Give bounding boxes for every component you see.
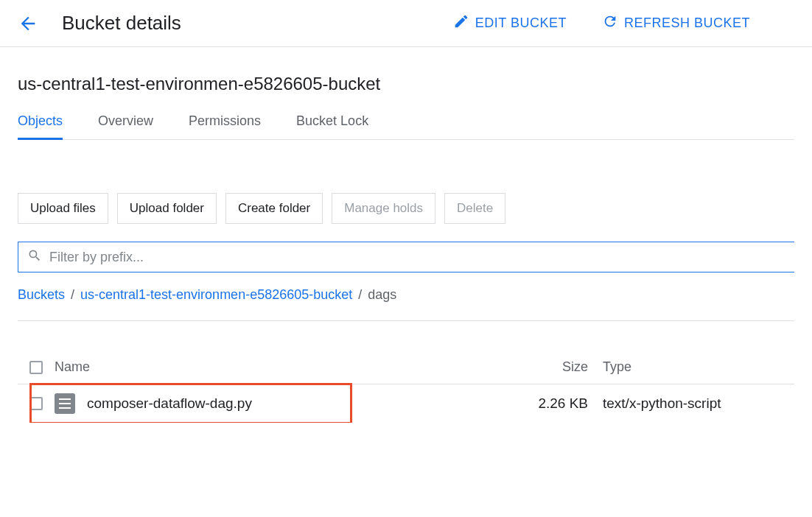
breadcrumb-root[interactable]: Buckets bbox=[18, 287, 65, 303]
tab-permissions[interactable]: Permissions bbox=[189, 106, 261, 139]
upload-files-button[interactable]: Upload files bbox=[18, 193, 108, 224]
tab-overview[interactable]: Overview bbox=[98, 106, 153, 139]
page-title: Bucket details bbox=[62, 12, 181, 35]
column-name[interactable]: Name bbox=[55, 359, 500, 375]
edit-bucket-label: EDIT BUCKET bbox=[475, 15, 567, 31]
toolbar: Upload files Upload folder Create folder… bbox=[18, 140, 794, 242]
row-checkbox[interactable] bbox=[29, 397, 43, 410]
file-name: composer-dataflow-dag.py bbox=[87, 395, 252, 412]
back-arrow-icon[interactable] bbox=[18, 13, 38, 34]
column-type[interactable]: Type bbox=[603, 359, 794, 375]
column-size[interactable]: Size bbox=[500, 359, 603, 375]
breadcrumb-current: dags bbox=[368, 287, 396, 303]
breadcrumb-bucket[interactable]: us-central1-test-environmen-e5826605-buc… bbox=[80, 287, 352, 303]
tab-bucket-lock[interactable]: Bucket Lock bbox=[296, 106, 368, 139]
breadcrumb-separator: / bbox=[71, 287, 74, 303]
filter-input[interactable] bbox=[49, 250, 785, 265]
table-header: Name Size Type bbox=[18, 351, 794, 384]
bucket-name: us-central1-test-environmen-e5826605-buc… bbox=[18, 47, 794, 106]
upload-folder-button[interactable]: Upload folder bbox=[117, 193, 217, 224]
filter-container[interactable] bbox=[18, 242, 794, 272]
search-icon bbox=[27, 248, 49, 266]
tab-objects[interactable]: Objects bbox=[18, 106, 63, 139]
refresh-bucket-label: REFRESH BUCKET bbox=[624, 15, 750, 31]
pencil-icon bbox=[453, 13, 469, 33]
delete-button: Delete bbox=[444, 193, 505, 224]
refresh-bucket-button[interactable]: REFRESH BUCKET bbox=[602, 13, 750, 33]
file-icon bbox=[55, 393, 75, 414]
tabs: Objects Overview Permissions Bucket Lock bbox=[18, 106, 794, 140]
manage-holds-button: Manage holds bbox=[332, 193, 435, 224]
edit-bucket-button[interactable]: EDIT BUCKET bbox=[453, 13, 567, 33]
table-row[interactable]: composer-dataflow-dag.py 2.26 KB text/x-… bbox=[18, 384, 794, 423]
file-size: 2.26 KB bbox=[500, 395, 603, 412]
select-all-checkbox[interactable] bbox=[29, 361, 43, 374]
file-type: text/x-python-script bbox=[603, 395, 794, 412]
breadcrumb-separator: / bbox=[358, 287, 362, 303]
file-table: Name Size Type composer-dataflow-dag.py … bbox=[18, 351, 794, 423]
create-folder-button[interactable]: Create folder bbox=[225, 193, 323, 224]
refresh-icon bbox=[602, 13, 618, 33]
breadcrumb: Buckets / us-central1-test-environmen-e5… bbox=[18, 287, 794, 321]
